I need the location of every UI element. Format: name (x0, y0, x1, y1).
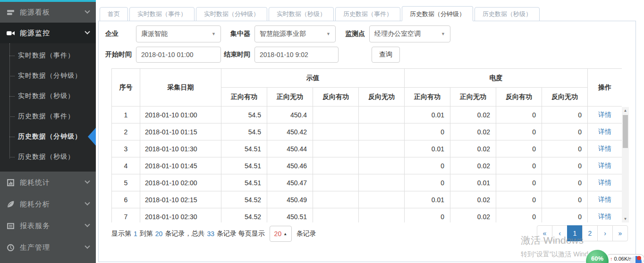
chevron-down-icon (85, 200, 90, 205)
concentrator-select[interactable]: 智慧能源事业部 ▼ (254, 25, 336, 42)
sidebar-subitem-history-second[interactable]: 历史数据（秒级） (0, 147, 96, 167)
sidebar-item-partial[interactable] (0, 258, 96, 263)
video-camera-icon (7, 29, 15, 37)
sidebar-item-label: 能耗分析 (20, 200, 85, 209)
tab-history-minute[interactable]: 历史数据（分钟级） (402, 6, 473, 21)
col-header-rev-reactive: 反向无功 (359, 88, 405, 107)
page-2-button[interactable]: 2 (582, 225, 598, 241)
tab-realtime-second[interactable]: 实时数据（秒级） (269, 7, 334, 21)
value-cell (359, 157, 405, 174)
col-header-rev-active: 反向有功 (313, 88, 359, 107)
value-cell: 450.47 (267, 174, 313, 191)
col-group-reading: 示值 (221, 69, 405, 88)
tab-content-panel: 企业 康派智能 ▼ 集中器 智慧能源事业部 ▼ 监测点 经理办公室空调 ▼ 开始… (98, 21, 636, 262)
end-time-input[interactable] (254, 47, 339, 63)
value-cell: 0 (542, 157, 588, 174)
detail-link[interactable]: 详情 (598, 128, 611, 135)
tab-history-second[interactable]: 历史数据（秒级） (475, 7, 540, 21)
sidebar-item-label: 生产管理 (20, 243, 85, 252)
pagination-from: 1 (134, 230, 137, 238)
value-cell: 54.51 (221, 157, 267, 174)
enterprise-select[interactable]: 康派智能 ▼ (136, 25, 221, 42)
value-cell: 54.51 (221, 140, 267, 157)
dashboard-icon (7, 8, 15, 16)
tab-history-event[interactable]: 历史数据（事件） (335, 7, 400, 21)
pagination-controls: « ‹ 1 2 › » (537, 225, 628, 241)
sidebar-subitem-history-event[interactable]: 历史数据（事件） (0, 106, 96, 126)
start-time-input[interactable] (136, 47, 221, 63)
value-cell (359, 191, 405, 208)
sidebar-item-label: 能源看板 (20, 8, 85, 17)
detail-link[interactable]: 详情 (598, 196, 611, 203)
sidebar-subitem-realtime-minute[interactable]: 实时数据（分钟级） (0, 66, 96, 86)
value-cell: 0.01 (405, 140, 450, 157)
network-speed-value: 0.06K/s (614, 256, 632, 262)
sidebar-item-production-mgmt[interactable]: 生产管理 (0, 237, 96, 258)
tab-home[interactable]: 首页 (100, 7, 128, 21)
pagination-text: 显示第 (111, 230, 131, 238)
value-cell: 450.44 (267, 140, 313, 157)
query-button[interactable]: 查询 (372, 47, 400, 63)
action-cell: 详情 (588, 208, 622, 223)
date-cell: 2018-01-10 02:30 (140, 208, 221, 223)
value-cell (313, 123, 359, 140)
sidebar-subitem-realtime-event[interactable]: 实时数据（事件） (0, 45, 96, 66)
col-header-fwd-active: 正向有功 (221, 88, 267, 107)
monitor-point-selected-value: 经理办公室空调 (374, 30, 421, 38)
page-size-value: 20 (274, 230, 282, 238)
tab-realtime-event[interactable]: 实时数据（事件） (129, 7, 195, 21)
value-cell: 0 (542, 208, 588, 223)
subitem-label: 实时数据（事件） (18, 51, 75, 59)
scroll-down-icon[interactable]: ▼ (622, 215, 629, 222)
scroll-up-icon[interactable]: ▲ (622, 107, 629, 114)
detail-link[interactable]: 详情 (598, 213, 611, 220)
sidebar-item-energy-stats[interactable]: 能耗统计 (0, 172, 96, 193)
sidebar-item-report-service[interactable]: 报表服务 (0, 215, 96, 237)
sidebar-item-energy-monitoring[interactable]: 能源监控 (0, 23, 96, 43)
subitem-label: 实时数据（秒级） (18, 92, 75, 99)
col-header-action: 操作 (588, 69, 622, 107)
tab-realtime-minute[interactable]: 实时数据（分钟级） (196, 7, 267, 21)
value-cell: 0 (496, 107, 542, 123)
value-cell (359, 123, 405, 140)
page-last-button[interactable]: » (612, 225, 628, 241)
caret-down-icon: ▼ (212, 32, 216, 36)
page-1-button[interactable]: 1 (567, 225, 583, 241)
pagination-text: 条记录，总共 (165, 230, 204, 238)
sidebar-item-energy-analysis[interactable]: 能耗分析 (0, 193, 96, 215)
value-cell: 0 (542, 140, 588, 157)
date-cell: 2018-01-10 01:30 (140, 140, 221, 157)
table-header: 序号 采集日期 示值 电度 操作 正向有功 正向无功 反向有功 反向无功 正向有… (112, 69, 622, 107)
sidebar-subitem-realtime-second[interactable]: 实时数据（秒级） (0, 86, 96, 106)
sidebar-item-energy-dashboard[interactable]: 能源看板 (0, 2, 96, 23)
value-cell (313, 107, 359, 123)
chevron-down-icon (85, 244, 90, 249)
detail-link[interactable]: 详情 (598, 179, 611, 186)
chevron-down-icon (85, 8, 90, 14)
table-row: 12018-01-10 01:0054.5450.40.010.0200详情 (112, 107, 622, 123)
scrollbar-thumb[interactable] (623, 115, 628, 148)
page-first-button[interactable]: « (537, 225, 552, 241)
pagination-info: 显示第 1 到第 20 条记录，总共 33 条记录 每页显示 20 ▲ 条记录 (111, 226, 316, 242)
detail-link[interactable]: 详情 (598, 162, 611, 169)
sidebar-submenu: 实时数据（事件） 实时数据（分钟级） 实时数据（秒级） 历史数据（事件） 历史数… (0, 43, 96, 172)
detail-link[interactable]: 详情 (598, 145, 611, 152)
action-cell: 详情 (588, 157, 622, 174)
page-next-button[interactable]: › (597, 225, 613, 241)
seq-cell: 7 (112, 208, 140, 223)
page-size-select[interactable]: 20 ▲ (270, 226, 292, 242)
enterprise-selected-value: 康派智能 (141, 30, 168, 38)
sidebar-subitem-history-minute[interactable]: 历史数据（分钟级） (0, 126, 96, 147)
browser-icon[interactable] (630, 256, 642, 263)
subitem-label: 历史数据（分钟级） (18, 132, 82, 140)
date-cell: 2018-01-10 01:45 (140, 157, 221, 174)
detail-link[interactable]: 详情 (598, 111, 611, 118)
value-cell: 0 (405, 174, 450, 191)
table-scrollbar[interactable]: ▲ ▼ (622, 107, 629, 222)
pagination-total: 33 (207, 230, 214, 238)
value-cell: 0 (542, 123, 588, 140)
table-row: 52018-01-10 02:0054.51450.4700.0100详情 (112, 174, 622, 191)
monitor-point-select[interactable]: 经理办公室空调 ▼ (369, 25, 450, 42)
memory-percent: 60% (591, 255, 603, 263)
page-prev-button[interactable]: ‹ (552, 225, 568, 241)
